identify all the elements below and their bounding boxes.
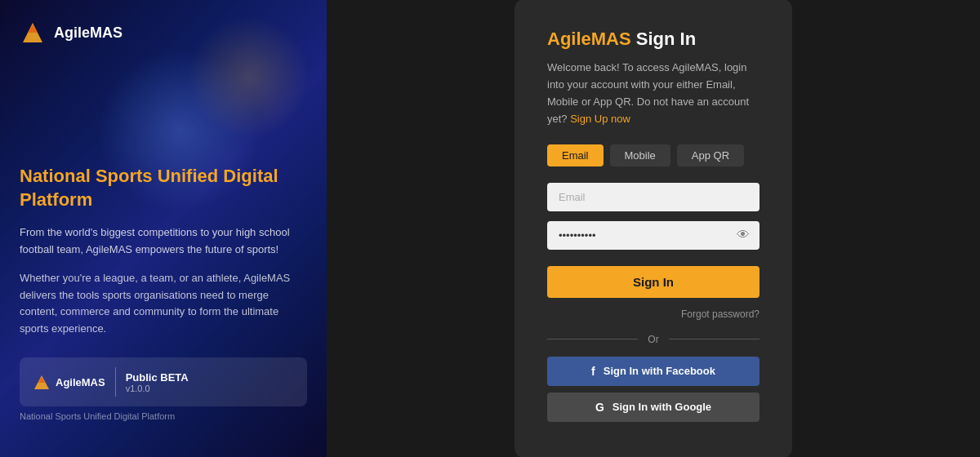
beta-badge: Public BETA bbox=[126, 371, 189, 384]
left-panel: AgileMAS National Sports Unified Digital… bbox=[0, 0, 327, 457]
facebook-btn-label: Sign In with Facebook bbox=[604, 365, 715, 377]
google-icon: G bbox=[595, 401, 604, 414]
beta-info: Public BETA v1.0.0 bbox=[126, 371, 189, 393]
beta-logo-icon bbox=[33, 373, 51, 391]
beta-divider bbox=[115, 367, 116, 397]
signin-subtitle: Welcome back! To access AgileMAS, login … bbox=[547, 60, 760, 127]
beta-logo-text: AgileMAS bbox=[56, 376, 105, 388]
tab-email[interactable]: Email bbox=[547, 144, 604, 166]
left-content: National Sports Unified Digital Platform… bbox=[20, 165, 307, 421]
password-toggle-icon[interactable]: 👁 bbox=[737, 228, 750, 242]
signup-link[interactable]: Sign Up now bbox=[570, 113, 630, 125]
signin-brand: AgileMAS bbox=[547, 29, 631, 49]
beta-version: v1.0.0 bbox=[126, 384, 189, 393]
signin-button[interactable]: Sign In bbox=[547, 266, 760, 298]
beta-logo: AgileMAS bbox=[33, 373, 105, 391]
signin-title: AgileMAS Sign In bbox=[547, 29, 760, 50]
google-btn-label: Sign In with Google bbox=[612, 401, 711, 413]
tab-mobile[interactable]: Mobile bbox=[610, 144, 670, 166]
email-input[interactable] bbox=[547, 183, 760, 211]
or-line-right bbox=[669, 339, 760, 339]
left-description1: From the world's biggest competitions to… bbox=[20, 224, 307, 259]
right-panel: AgileMAS Sign In Welcome back! To access… bbox=[327, 0, 980, 457]
forgot-password-link[interactable]: Forgot password? bbox=[681, 308, 760, 320]
tab-appqr[interactable]: App QR bbox=[677, 144, 744, 166]
logo-icon bbox=[20, 20, 46, 46]
beta-card: AgileMAS Public BETA v1.0.0 bbox=[20, 357, 307, 406]
logo-text: AgileMAS bbox=[54, 24, 122, 42]
email-input-group bbox=[547, 183, 760, 211]
facebook-signin-button[interactable]: f Sign In with Facebook bbox=[547, 357, 760, 386]
beta-subtitle: National Sports Unified Digital Platform bbox=[20, 411, 307, 421]
google-signin-button[interactable]: G Sign In with Google bbox=[547, 393, 760, 422]
facebook-icon: f bbox=[591, 365, 595, 378]
signin-title-rest: Sign In bbox=[631, 29, 696, 49]
or-line-left bbox=[547, 339, 638, 339]
password-input-group: 👁 bbox=[547, 221, 760, 250]
logo-area: AgileMAS bbox=[20, 20, 307, 46]
or-divider: Or bbox=[547, 334, 760, 345]
password-input[interactable] bbox=[547, 221, 760, 250]
or-text: Or bbox=[648, 334, 658, 345]
tab-group: Email Mobile App QR bbox=[547, 144, 760, 166]
tagline: National Sports Unified Digital Platform bbox=[20, 165, 307, 211]
signin-card: AgileMAS Sign In Welcome back! To access… bbox=[514, 0, 792, 457]
left-description2: Whether you're a league, a team, or an a… bbox=[20, 270, 307, 338]
forgot-row: Forgot password? bbox=[547, 306, 760, 321]
svg-marker-1 bbox=[28, 24, 38, 33]
